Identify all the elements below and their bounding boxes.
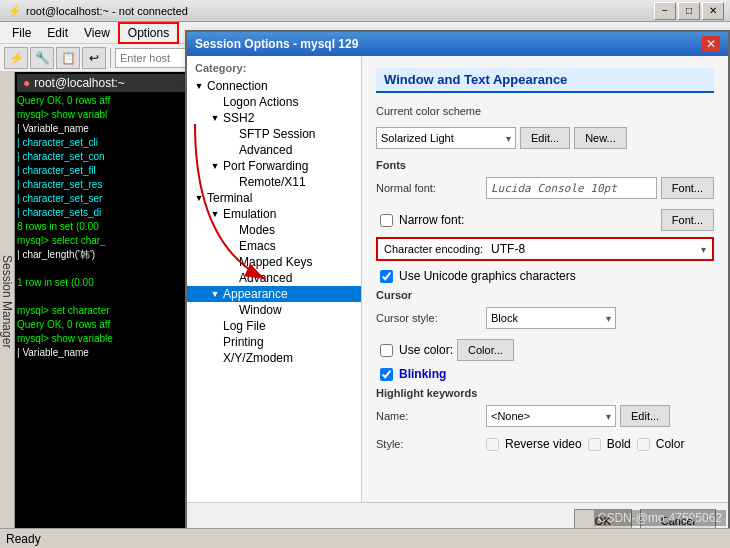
terminal-line: | character_set_fil [17, 164, 198, 178]
tree-label-emulation: Emulation [223, 207, 361, 221]
terminal-line: | character_set_res [17, 178, 198, 192]
tab-close-icon[interactable]: ● [23, 76, 30, 90]
tree-item-logon-actions[interactable]: Logon Actions [187, 94, 361, 110]
menu-options[interactable]: Options [118, 22, 179, 44]
tree-item-emulation[interactable]: ▼ Emulation [187, 206, 361, 222]
narrow-font-button[interactable]: Font... [661, 209, 714, 231]
tree-label-sftp-session: SFTP Session [239, 127, 361, 141]
unicode-label: Use Unicode graphics characters [399, 269, 576, 283]
terminal-tab[interactable]: ● root@localhost:~ [17, 74, 198, 92]
expand-icon: ▼ [207, 113, 223, 123]
tree-item-xyzmodem[interactable]: X/Y/Zmodem [187, 350, 361, 366]
color-kw-checkbox[interactable] [637, 438, 650, 451]
narrow-font-label: Narrow font: [399, 213, 464, 227]
status-text: Ready [6, 532, 41, 546]
tree-item-port-forwarding[interactable]: ▼ Port Forwarding [187, 158, 361, 174]
terminal-line: mysql> show variable [17, 332, 198, 346]
narrow-font-checkbox[interactable] [380, 214, 393, 227]
use-color-checkbox[interactable] [380, 344, 393, 357]
terminal-line [17, 262, 198, 276]
maximize-button[interactable]: □ [678, 2, 700, 20]
highlight-section-title: Highlight keywords [376, 387, 714, 399]
blinking-row: Blinking [376, 367, 714, 381]
cursor-style-select[interactable]: Block ▾ [486, 307, 616, 329]
keyword-style-row: Style: Reverse video Bold Color [376, 437, 714, 451]
color-button[interactable]: Color... [457, 339, 514, 361]
color-scheme-arrow-icon: ▾ [506, 133, 511, 144]
tree-label-ssh2: SSH2 [223, 111, 361, 125]
tree-label-window: Window [239, 303, 361, 317]
toolbar-back-btn[interactable]: ↩ [82, 47, 106, 69]
keyword-name-select[interactable]: <None> ▾ [486, 405, 616, 427]
tree-item-remote-x11[interactable]: Remote/X11 [187, 174, 361, 190]
expand-icon: ▼ [207, 161, 223, 171]
tree-item-log-file[interactable]: Log File [187, 318, 361, 334]
tree-label-terminal: Terminal [207, 191, 361, 205]
color-scheme-select[interactable]: Solarized Light ▾ [376, 127, 516, 149]
cursor-section-title: Cursor [376, 289, 714, 301]
terminal-area: ● root@localhost:~ Query OK, 0 rows aff … [15, 72, 200, 528]
tree-label-printing: Printing [223, 335, 361, 349]
toolbar-copy-btn[interactable]: 📋 [56, 47, 80, 69]
menu-file[interactable]: File [4, 24, 39, 42]
tree-item-printing[interactable]: Printing [187, 334, 361, 350]
encoding-arrow-icon: ▾ [701, 244, 706, 255]
reverse-video-checkbox[interactable] [486, 438, 499, 451]
normal-font-row: Normal font: Lucida Console 10pt Font... [376, 177, 714, 199]
menu-view[interactable]: View [76, 24, 118, 42]
expand-icon: ▼ [207, 289, 223, 299]
normal-font-button[interactable]: Font... [661, 177, 714, 199]
toolbar-lightning-btn[interactable]: ⚡ [4, 47, 28, 69]
encoding-value: UTF-8 [491, 242, 525, 256]
minimize-button[interactable]: − [654, 2, 676, 20]
normal-font-display: Lucida Console 10pt [486, 177, 657, 199]
tree-item-advanced-ssh[interactable]: Advanced [187, 142, 361, 158]
tree-item-window[interactable]: Window [187, 302, 361, 318]
tree-label-appearance: Appearance [223, 287, 361, 301]
reverse-video-label: Reverse video [505, 437, 582, 451]
cursor-arrow-icon: ▾ [606, 313, 611, 324]
tree-label-emacs: Emacs [239, 239, 361, 253]
dialog-close-button[interactable]: ✕ [702, 36, 720, 52]
encoding-select[interactable]: UTF-8 [491, 242, 697, 256]
session-manager-label: Session Manager [0, 255, 14, 348]
tree-label-connection: Connection [207, 79, 361, 93]
bold-checkbox[interactable] [588, 438, 601, 451]
encoding-label: Character encoding: [384, 243, 483, 255]
color-kw-label: Color [656, 437, 685, 451]
keyword-arrow-icon: ▾ [606, 411, 611, 422]
watermark: CSDN-@mo-47595062 [594, 510, 726, 526]
narrow-font-row: Narrow font: Font... [376, 209, 714, 231]
terminal-line: | char_length('韩') [17, 248, 198, 262]
tree-item-modes[interactable]: Modes [187, 222, 361, 238]
menu-edit[interactable]: Edit [39, 24, 76, 42]
terminal-line [17, 290, 198, 304]
keyword-name-value: <None> [491, 410, 606, 422]
terminal-line: | character_set_con [17, 150, 198, 164]
blinking-checkbox[interactable] [380, 368, 393, 381]
tree-item-sftp-session[interactable]: SFTP Session [187, 126, 361, 142]
keyword-style-options: Reverse video Bold Color [486, 437, 684, 451]
tree-item-mapped-keys[interactable]: Mapped Keys [187, 254, 361, 270]
tree-item-advanced-terminal[interactable]: Advanced [187, 270, 361, 286]
fonts-section-title: Fonts [376, 159, 714, 171]
session-manager-panel: Session Manager [0, 72, 15, 528]
edit-keyword-button[interactable]: Edit... [620, 405, 670, 427]
tree-item-connection[interactable]: ▼ Connection [187, 78, 361, 94]
tree-item-ssh2[interactable]: ▼ SSH2 [187, 110, 361, 126]
unicode-checkbox[interactable] [380, 270, 393, 283]
close-button[interactable]: ✕ [702, 2, 724, 20]
tree-item-emacs[interactable]: Emacs [187, 238, 361, 254]
toolbar-gear-btn[interactable]: 🔧 [30, 47, 54, 69]
edit-color-scheme-button[interactable]: Edit... [520, 127, 570, 149]
title-bar-buttons: − □ ✕ [654, 2, 724, 20]
character-encoding-row: Character encoding: UTF-8 ▾ [376, 237, 714, 261]
dialog-title-bar: Session Options - mysql 129 ✕ [187, 32, 728, 56]
tree-item-appearance[interactable]: ▼ Appearance [187, 286, 361, 302]
new-color-scheme-button[interactable]: New... [574, 127, 627, 149]
keyword-name-label: Name: [376, 410, 486, 422]
color-scheme-label: Current color scheme [376, 105, 486, 117]
use-color-label: Use color: [399, 343, 453, 357]
tree-item-terminal[interactable]: ▼ Terminal [187, 190, 361, 206]
keyword-style-label: Style: [376, 438, 486, 450]
